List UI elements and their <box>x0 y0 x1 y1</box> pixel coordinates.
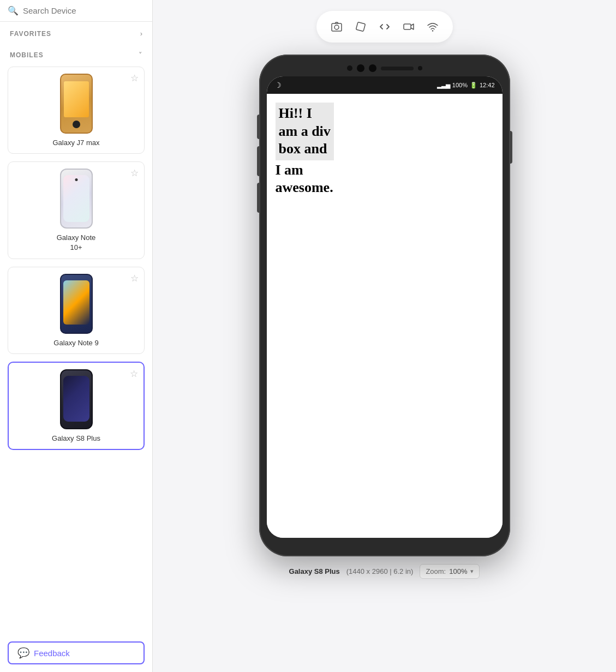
bottom-info-bar: Galaxy S8 Plus (1440 x 2960 | 6.2 in) Zo… <box>289 556 480 584</box>
video-button[interactable] <box>398 16 419 37</box>
device-name-note9: Galaxy Note 9 <box>14 338 139 348</box>
phone-image-note9 <box>60 274 93 334</box>
status-right: ▂▃▅ 100% 🔋 12:42 <box>437 82 495 89</box>
device-name-s8plus: Galaxy S8 Plus <box>14 434 138 443</box>
phone-frame: ☽ ▂▃▅ 100% 🔋 12:42 Hi!! Iam a divbox and <box>259 55 510 556</box>
mobiles-label: MOBILES <box>10 51 44 59</box>
phone-speaker <box>381 67 414 70</box>
sidebar: 🔍 FAVORITES › MOBILES ˅ ☆ Galaxy J7 max … <box>0 0 153 672</box>
svg-rect-2 <box>356 22 365 31</box>
main-content: ☽ ▂▃▅ 100% 🔋 12:42 Hi!! Iam a divbox and <box>153 0 616 672</box>
phone-image-j7max <box>60 74 93 134</box>
content-highlighted-text: Hi!! Iam a divbox and <box>279 105 331 157</box>
signal-icon: ▂▃▅ <box>437 82 450 89</box>
content-highlighted-box: Hi!! Iam a divbox and <box>276 103 334 160</box>
devices-list: ☆ Galaxy J7 max ☆ Galaxy Note10+ ☆ Galax… <box>0 64 152 636</box>
phone-frame-container: ☽ ▂▃▅ 100% 🔋 12:42 Hi!! Iam a divbox and <box>259 55 510 672</box>
device-name-note10plus: Galaxy Note10+ <box>14 233 139 253</box>
phone-image-note10plus <box>60 169 93 229</box>
screenshot-button[interactable] <box>326 16 347 37</box>
search-icon: 🔍 <box>8 5 19 16</box>
code-icon <box>379 21 391 33</box>
favorites-label: FAVORITES <box>10 30 51 38</box>
battery-percent: 100% <box>452 82 468 88</box>
volume-up-button <box>257 115 260 139</box>
favorites-chevron-icon: › <box>140 29 142 38</box>
favorites-header[interactable]: FAVORITES › <box>0 22 152 43</box>
bixby-button <box>257 183 260 213</box>
wifi-icon <box>427 21 439 33</box>
phone-sensor <box>418 66 422 70</box>
camera-main-dot <box>357 64 364 72</box>
search-bar: 🔍 <box>0 0 152 22</box>
phone-top-bar <box>267 64 503 72</box>
zoom-value: 100% <box>449 567 467 575</box>
current-device-name: Galaxy S8 Plus <box>289 567 340 575</box>
power-button <box>510 131 512 164</box>
phone-image-s8plus <box>60 369 93 429</box>
feedback-icon: 💬 <box>17 647 29 659</box>
favorite-star-j7max[interactable]: ☆ <box>130 73 139 84</box>
device-card-note9[interactable]: ☆ Galaxy Note 9 <box>8 267 145 354</box>
search-input[interactable] <box>23 6 145 15</box>
mobiles-chevron-icon: ˅ <box>139 51 142 59</box>
phone-status-bar: ☽ ▂▃▅ 100% 🔋 12:42 <box>267 76 503 94</box>
status-time: 12:42 <box>480 82 495 88</box>
rotate-button[interactable] <box>350 16 371 37</box>
device-spec: (1440 x 2960 | 6.2 in) <box>346 567 414 575</box>
feedback-button[interactable]: 💬 Feedback <box>8 641 145 664</box>
rotate-icon <box>355 21 367 33</box>
device-card-j7max[interactable]: ☆ Galaxy J7 max <box>8 67 145 154</box>
favorite-star-s8plus[interactable]: ☆ <box>130 368 138 380</box>
battery-icon: 🔋 <box>470 82 477 89</box>
svg-rect-0 <box>332 23 342 31</box>
zoom-chevron-icon: ▾ <box>470 568 474 575</box>
video-icon <box>403 21 415 33</box>
status-moon-icon: ☽ <box>274 81 282 89</box>
volume-down-button <box>257 146 260 176</box>
zoom-label: Zoom: <box>426 567 446 575</box>
wifi-button[interactable] <box>422 16 443 37</box>
svg-point-4 <box>432 30 433 31</box>
svg-rect-3 <box>404 24 411 29</box>
camera-dot <box>347 65 352 71</box>
camera-dot-2 <box>369 64 376 72</box>
device-card-note10plus[interactable]: ☆ Galaxy Note10+ <box>8 161 145 259</box>
device-name-j7max: Galaxy J7 max <box>14 138 139 148</box>
zoom-selector[interactable]: Zoom: 100% ▾ <box>420 564 480 579</box>
content-rest-text: I amawesome. <box>276 161 334 197</box>
code-button[interactable] <box>374 16 395 37</box>
toolbar <box>316 11 453 43</box>
screenshot-icon <box>331 21 343 33</box>
feedback-label: Feedback <box>34 649 70 658</box>
phone-content: Hi!! Iam a divbox and I amawesome. <box>267 94 503 538</box>
svg-point-1 <box>334 25 339 29</box>
mobiles-header[interactable]: MOBILES ˅ <box>0 43 152 64</box>
favorite-star-note9[interactable]: ☆ <box>130 273 139 284</box>
phone-screen: ☽ ▂▃▅ 100% 🔋 12:42 Hi!! Iam a divbox and <box>267 76 503 538</box>
device-card-s8plus[interactable]: ☆ Galaxy S8 Plus <box>8 362 145 450</box>
favorite-star-note10plus[interactable]: ☆ <box>130 167 139 179</box>
